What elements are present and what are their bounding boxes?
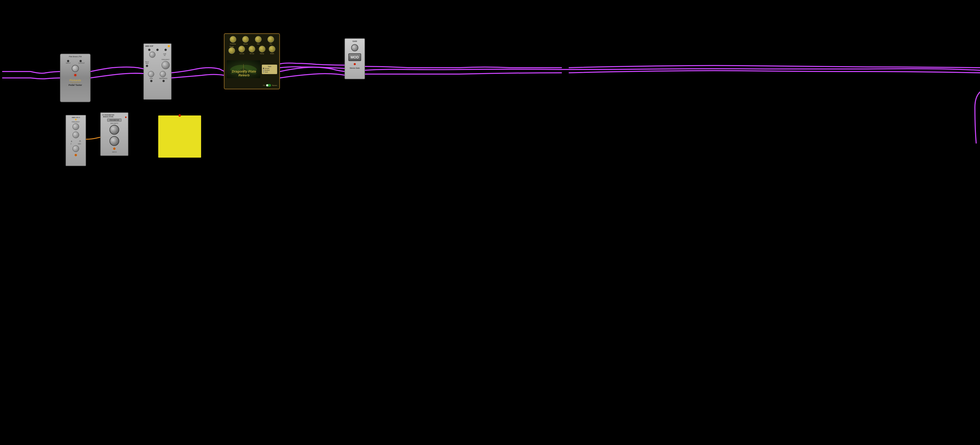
ams-lfo-title: AMS LFO 3: [72, 117, 80, 118]
vcf-port-4[interactable]: [150, 80, 153, 82]
vcf-reco-port[interactable]: [146, 65, 148, 67]
vcf-res-group: RESONANCE: [159, 70, 167, 79]
dragonfly-knobs-top: Predelay Decay Wet Dry: [227, 36, 277, 45]
pedal-taster-output-port[interactable]: [80, 60, 82, 62]
vcf-knob-1[interactable]: [149, 52, 156, 58]
dragonfly-type-simple[interactable]: Simple: [263, 68, 276, 69]
vcf-port-2[interactable]: [156, 49, 159, 51]
ams-lfo-label-2: 2: [71, 143, 72, 145]
dragonfly-damp-knob[interactable]: [259, 46, 266, 53]
dragonfly-type-tank[interactable]: Tank: [263, 71, 276, 73]
dragonfly-type-nested[interactable]: Nested: [263, 70, 276, 71]
vcf-header: AMS VCF: [145, 45, 170, 47]
ams-lfo-wave-square: ⊓: [79, 140, 81, 142]
dragonfly-title: Dragonfly Plate Reverb: [228, 70, 260, 77]
vcf-gain-knob[interactable]: [148, 71, 154, 77]
dragonfly-tank-label: Tank: [265, 71, 268, 73]
dragonfly-hicut-group: Hi-Cut: [248, 46, 255, 54]
dragonfly-hicut-knob[interactable]: [248, 46, 255, 53]
ams-lfo-knob-2[interactable]: [73, 132, 79, 138]
dragonfly-predelay-knob[interactable]: [230, 36, 236, 43]
ams-lfo-label-sh: S&H: [78, 143, 81, 145]
vcf-freq-row: RECO MOD FREQUENCY: [145, 59, 170, 70]
vcf-freq-knob[interactable]: [162, 61, 170, 69]
dragonfly-simple-label: Simple: [265, 68, 269, 69]
ams-lfo-plugin: AMS LFO 3 FREQUENCY ∧ ⊓ 2 S&H: [65, 115, 86, 166]
vcf-port-3[interactable]: [164, 49, 167, 51]
cv-param-plugin: CV PARAMETERMODULATION PARAMETER MOD-DEP…: [100, 112, 128, 156]
ams-lfo-knob-1[interactable]: [73, 123, 79, 130]
dragonfly-radio-simple: [263, 68, 264, 69]
cv-param-knob-2[interactable]: [110, 136, 119, 146]
dragonfly-plugin: Predelay Decay Wet Dry Shape Lo-Cut Hi-C…: [224, 33, 280, 89]
dragonfly-dry-group: Dry: [267, 36, 274, 45]
pedal-taster-brand-sub: Guitar Electronics: [70, 82, 80, 83]
dragonfly-decay-label: Decay: [243, 43, 248, 45]
dragonfly-artwork: Dragonfly Plate Reverb: [227, 60, 260, 78]
dragonfly-type-title: Type: [263, 65, 276, 67]
dragonfly-bypass-label: Bypass: [272, 85, 277, 86]
stereo-gain-name: Stereo Gain: [350, 67, 360, 69]
pedal-taster-name: Pedal Taster: [68, 84, 82, 86]
dragonfly-decay-knob[interactable]: [242, 36, 249, 43]
dragonfly-toggle[interactable]: [266, 84, 271, 86]
stereo-gain-led: [354, 63, 356, 65]
vcf-port-row-bottom: [145, 80, 170, 82]
cv-param-knob-1[interactable]: [110, 125, 119, 135]
dragonfly-wet-knob[interactable]: [255, 36, 262, 43]
dragonfly-on-label: On: [263, 85, 265, 86]
vcf-reco-group: RECO MOD: [145, 61, 149, 68]
dragonfly-dry-knob[interactable]: [267, 36, 274, 43]
dragonfly-shape-knob[interactable]: [228, 47, 235, 54]
dragonfly-locut-group: Lo-Cut: [239, 46, 245, 54]
dragonfly-decay-group: Decay: [242, 36, 249, 45]
dragonfly-nested-label: Nested: [265, 70, 269, 71]
dragonfly-wet-label: Wet: [257, 43, 259, 45]
dragonfly-width-group: Width: [269, 46, 275, 54]
vcf-port-5[interactable]: [162, 80, 165, 82]
dragonfly-locut-knob[interactable]: [239, 46, 245, 53]
cv-param-button[interactable]: PARAMETER: [107, 118, 121, 121]
sticky-note-pin: [178, 114, 181, 117]
dragonfly-radio-tank: [263, 71, 264, 73]
dragonfly-name-text: Dragonfly Plate Reverb: [228, 70, 260, 77]
vcf-gain-label: GAIN: [148, 78, 155, 79]
vcf-title: AMS VCF: [145, 45, 153, 47]
dragonfly-dry-label: Dry: [270, 43, 272, 45]
dragonfly-locut-label: Lo-Cut: [239, 53, 244, 54]
stereo-gain-mod-label: MOD: [351, 55, 359, 59]
stereo-gain-knob[interactable]: [351, 44, 358, 51]
stereo-gain-label: GAIN: [352, 40, 357, 42]
pedal-taster-brand: Pickards: [69, 79, 81, 82]
pedal-taster-header-label: Pilet Breed JTM: [69, 56, 82, 58]
cv-param-input-port[interactable]: [113, 147, 116, 150]
stereo-gain-mod-button[interactable]: MOD: [348, 53, 361, 61]
pedal-taster-input-group: INPUT: [66, 60, 70, 64]
pedal-taster-knob[interactable]: [72, 65, 79, 72]
vcf-port-1[interactable]: [148, 49, 151, 51]
dragonfly-predelay-group: Predelay: [230, 36, 236, 45]
dragonfly-hicut-label: Hi-Cut: [250, 53, 254, 54]
ams-lfo-wave-tri: ∧: [71, 140, 73, 142]
pedal-taster-ports: INPUT OUTPUT: [62, 60, 89, 64]
vcf-gain-res-row: GAIN RESONANCE: [145, 70, 170, 79]
ams-lfo-port-row: [73, 154, 78, 156]
ams-lfo-knob-3[interactable]: [73, 145, 79, 152]
vcf-res-knob[interactable]: [160, 71, 166, 77]
dragonfly-type-panel: Type Simple Nested Tank: [262, 65, 277, 74]
vcf-freq-group: FREQUENCY: [162, 59, 170, 70]
dragonfly-knobs-mid: Shape Lo-Cut Hi-Cut Damp Width: [227, 46, 277, 54]
pedal-taster-input-port[interactable]: [67, 60, 69, 62]
dragonfly-radio-nested: [263, 70, 264, 71]
ams-lfo-freq-label: FREQUENCY: [72, 121, 80, 123]
cv-param-port-row: [112, 147, 117, 150]
dragonfly-width-knob[interactable]: [269, 46, 275, 53]
cv-param-mod-logo: ⊕MOD: [112, 151, 117, 153]
pedal-taster-output-group: OUTPUT: [78, 60, 85, 64]
ams-vcf-plugin: AMS VCF 24dB FB RECO MOD FREQUENCY GAIN: [143, 43, 172, 100]
dragonfly-body: Dragonfly Plate Reverb Type Simple Neste…: [227, 56, 277, 83]
sticky-note[interactable]: [158, 115, 201, 158]
vcf-gain-group: GAIN: [148, 70, 155, 79]
ams-lfo-output-port[interactable]: [75, 154, 77, 156]
vcf-port-row-top: [145, 49, 170, 51]
